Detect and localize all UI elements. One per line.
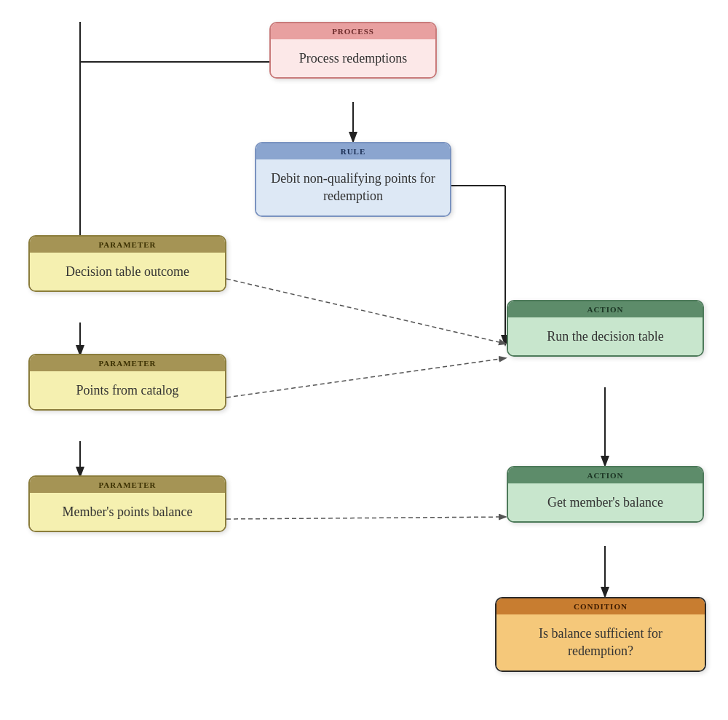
svg-line-7 <box>226 279 505 344</box>
rule-header: RULE <box>256 143 450 159</box>
param1-header: PARAMETER <box>30 237 225 253</box>
process-node: PROCESS Process redemptions <box>269 22 437 79</box>
action-node-1: ACTION Run the decision table <box>507 300 704 357</box>
process-body: Process redemptions <box>271 39 435 77</box>
process-header: PROCESS <box>271 23 435 39</box>
parameter-node-2: PARAMETER Points from catalog <box>28 354 226 411</box>
param3-header: PARAMETER <box>30 477 225 493</box>
parameter-node-3: PARAMETER Member's points balance <box>28 475 226 532</box>
svg-line-8 <box>226 358 505 397</box>
param3-body: Member's points balance <box>30 493 225 531</box>
rule-node: RULE Debit non-qualifying points for red… <box>255 142 451 217</box>
condition-header: CONDITION <box>496 598 705 614</box>
rule-body: Debit non-qualifying points for redempti… <box>256 159 450 215</box>
diagram: PROCESS Process redemptions RULE Debit n… <box>0 0 728 720</box>
condition-body: Is balance sufficient for redemption? <box>496 614 705 670</box>
action-node-2: ACTION Get member's balance <box>507 466 704 523</box>
action2-header: ACTION <box>508 467 703 483</box>
svg-line-9 <box>226 517 505 519</box>
param2-body: Points from catalog <box>30 371 225 409</box>
action1-body: Run the decision table <box>508 317 703 355</box>
condition-node: CONDITION Is balance sufficient for rede… <box>495 597 706 672</box>
param1-body: Decision table outcome <box>30 253 225 290</box>
param2-header: PARAMETER <box>30 355 225 371</box>
parameter-node-1: PARAMETER Decision table outcome <box>28 235 226 292</box>
action2-body: Get member's balance <box>508 483 703 521</box>
action1-header: ACTION <box>508 301 703 317</box>
